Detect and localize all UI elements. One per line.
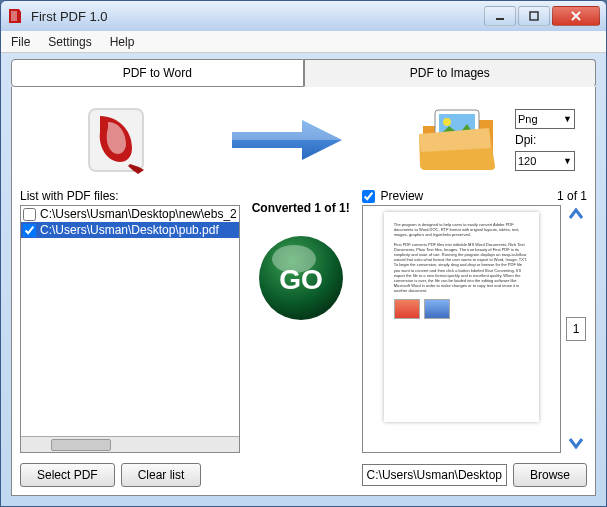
file-checkbox[interactable]: [23, 208, 36, 221]
page-count: 1 of 1: [557, 189, 587, 203]
titlebar[interactable]: First PDF 1.0: [1, 1, 606, 31]
page-down-button[interactable]: [566, 433, 586, 453]
format-select[interactable]: Png ▼: [515, 109, 575, 129]
folder-icon: [415, 100, 505, 180]
menu-file[interactable]: File: [11, 35, 30, 49]
preview-label: Preview: [381, 189, 424, 203]
chevron-down-icon: ▼: [563, 156, 572, 166]
center-column: Converted 1 of 1! GO: [250, 189, 352, 487]
page-number[interactable]: 1: [566, 317, 586, 341]
chevron-down-icon: ▼: [563, 114, 572, 124]
preview-column: Preview 1 of 1 The program is designed t…: [362, 189, 587, 487]
file-list-label: List with PDF files:: [20, 189, 240, 203]
preview-page: The program is designed to help users to…: [384, 212, 539, 422]
page-up-button[interactable]: [566, 205, 586, 225]
tab-bar: PDF to Word PDF to Images: [11, 59, 596, 87]
minimize-button[interactable]: [484, 6, 516, 26]
status-text: Converted 1 of 1!: [252, 201, 350, 215]
page-nav: 1: [565, 205, 587, 453]
mid-row: List with PDF files: C:\Users\Usman\Desk…: [20, 189, 587, 487]
menubar: File Settings Help: [1, 31, 606, 53]
list-item[interactable]: C:\Users\Usman\Desktop\pub.pdf: [21, 222, 239, 238]
app-icon: [7, 8, 23, 24]
window-controls: [484, 6, 600, 26]
pdf-icon: [78, 100, 158, 180]
preview-checkbox[interactable]: [362, 190, 375, 203]
preview-thumb: [424, 299, 450, 319]
file-checkbox[interactable]: [23, 224, 36, 237]
dpi-value: 120: [518, 155, 536, 167]
arrow-icon: [227, 115, 347, 165]
file-path: C:\Users\Usman\Desktop\pub.pdf: [40, 223, 219, 237]
menu-settings[interactable]: Settings: [48, 35, 91, 49]
select-pdf-button[interactable]: Select PDF: [20, 463, 115, 487]
content: PDF to Word PDF to Images: [1, 53, 606, 506]
horizontal-scrollbar[interactable]: [21, 436, 239, 452]
close-button[interactable]: [552, 6, 600, 26]
window-title: First PDF 1.0: [31, 9, 484, 24]
preview-thumb: [394, 299, 420, 319]
preview-header: Preview 1 of 1: [362, 189, 587, 203]
tab-pdf-to-images[interactable]: PDF to Images: [304, 59, 597, 87]
top-row: Png ▼ Dpi: 120 ▼: [20, 95, 587, 185]
file-list[interactable]: C:\Users\Usman\Desktop\new\ebs_2 C:\User…: [20, 205, 240, 453]
scrollbar-thumb[interactable]: [51, 439, 111, 451]
dpi-label: Dpi:: [515, 133, 536, 147]
chevron-down-icon: [567, 434, 585, 452]
svg-rect-1: [530, 12, 538, 20]
file-list-column: List with PDF files: C:\Users\Usman\Desk…: [20, 189, 240, 487]
output-path-field[interactable]: C:\Users\Usman\Desktop: [362, 464, 507, 486]
format-options: Png ▼ Dpi: 120 ▼: [515, 109, 575, 171]
svg-point-6: [443, 118, 451, 126]
preview-frame: The program is designed to help users to…: [362, 205, 561, 453]
tab-pdf-to-word[interactable]: PDF to Word: [11, 59, 304, 87]
maximize-button[interactable]: [518, 6, 550, 26]
chevron-up-icon: [567, 206, 585, 224]
list-item[interactable]: C:\Users\Usman\Desktop\new\ebs_2: [21, 206, 239, 222]
file-path: C:\Users\Usman\Desktop\new\ebs_2: [40, 207, 237, 221]
dpi-select[interactable]: 120 ▼: [515, 151, 575, 171]
main-panel: Png ▼ Dpi: 120 ▼ List with PDF files:: [11, 87, 596, 496]
svg-text:GO: GO: [279, 264, 323, 295]
svg-rect-0: [496, 18, 504, 20]
browse-button[interactable]: Browse: [513, 463, 587, 487]
menu-help[interactable]: Help: [110, 35, 135, 49]
app-window: First PDF 1.0 File Settings Help PDF to …: [0, 0, 607, 507]
go-button[interactable]: GO: [256, 233, 346, 323]
clear-list-button[interactable]: Clear list: [121, 463, 202, 487]
format-value: Png: [518, 113, 538, 125]
